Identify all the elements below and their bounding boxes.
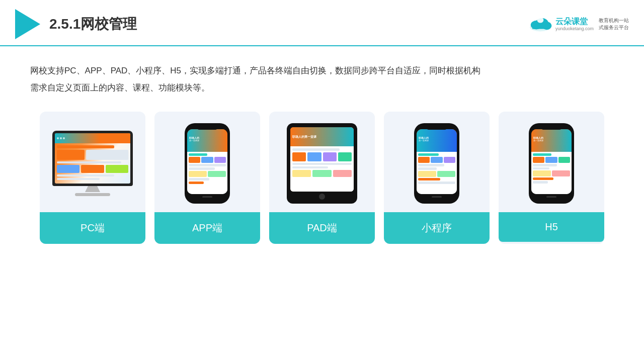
header-right: 云朵课堂 yunduoketang.com 教育机构一站 式服务云平台 (528, 16, 629, 32)
card-pad-label: PAD端 (269, 212, 375, 244)
brand-domain: yunduoketang.com (555, 26, 594, 32)
brand-slogan-line1: 教育机构一站 (599, 17, 629, 24)
card-pc-image (40, 112, 145, 212)
brand-slogan: 教育机构一站 式服务云平台 (599, 17, 629, 31)
brand-logo: 云朵课堂 yunduoketang.com 教育机构一站 式服务云平台 (528, 16, 629, 32)
brand-name: 云朵课堂 (555, 17, 588, 26)
brand-name-block: 云朵课堂 yunduoketang.com (555, 17, 594, 32)
card-h5: 职场人的 第一堂网课 (499, 112, 604, 244)
pc-monitor-graphic (52, 131, 133, 196)
card-miniprogram-label: 小程序 (384, 212, 490, 244)
card-pad: 职场人的第一堂课 (269, 112, 375, 244)
svg-point-5 (537, 17, 544, 23)
card-miniprogram-image: 职场人的 第一堂网课 (384, 112, 490, 212)
card-h5-label: H5 (499, 212, 604, 242)
card-miniprogram: 职场人的 第一堂网课 (384, 112, 490, 244)
card-pc-label: PC端 (40, 212, 145, 244)
pad-tablet-graphic: 职场人的第一堂课 (287, 123, 357, 204)
card-h5-image: 职场人的 第一堂网课 (499, 112, 604, 212)
miniprogram-phone-graphic: 职场人的 第一堂网课 (414, 123, 459, 204)
card-app-image: 职场人的 第一堂网课 (154, 112, 260, 212)
brand-slogan-line2: 式服务云平台 (599, 24, 629, 31)
card-pc: PC端 (40, 112, 145, 244)
page-title: 2.5.1网校管理 (49, 15, 137, 34)
svg-rect-4 (532, 25, 549, 29)
card-app-label: APP端 (154, 212, 260, 244)
cloud-icon (528, 16, 552, 32)
platform-cards: PC端 职场人的 第一堂网课 (0, 107, 644, 244)
description-paragraph: 网校支持PC、APP、PAD、小程序、H5，实现多端打通，产品各终端自由切换，数… (30, 62, 614, 97)
card-pad-image: 职场人的第一堂课 (269, 112, 375, 212)
card-app: 职场人的 第一堂网课 (154, 112, 260, 244)
play-icon (15, 9, 40, 39)
h5-phone-graphic: 职场人的 第一堂网课 (529, 123, 574, 204)
header-left: 2.5.1网校管理 (15, 9, 137, 39)
description-text: 网校支持PC、APP、PAD、小程序、H5，实现多端打通，产品各终端自由切换，数… (0, 46, 644, 107)
app-phone-graphic: 职场人的 第一堂网课 (185, 123, 230, 204)
page-header: 2.5.1网校管理 云朵课堂 yunduoketang.com 教育机构一站 式… (0, 0, 644, 46)
